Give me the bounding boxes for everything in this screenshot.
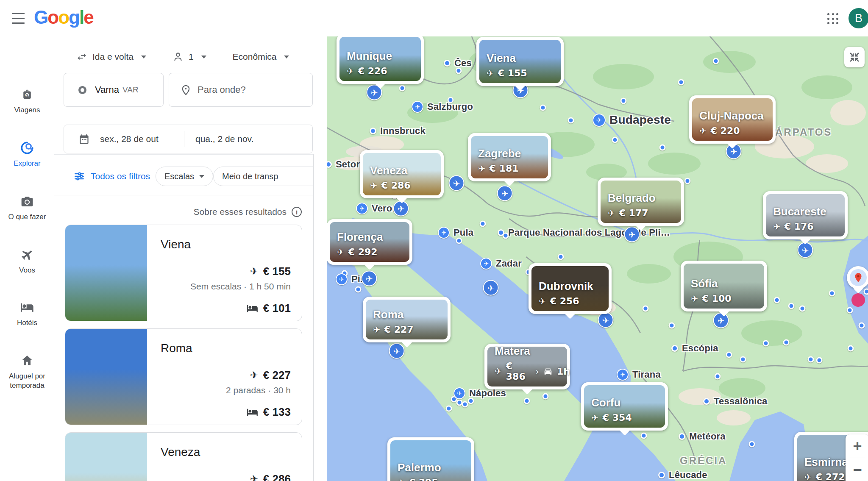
map-price-card[interactable]: Bucareste✈€ 176 xyxy=(763,191,848,239)
airport-plane-icon: ✈ xyxy=(617,369,629,381)
sidebar-item-o-que-fazer[interactable]: O que fazer xyxy=(0,194,54,222)
map-card-caption: Zagrebe✈€ 181 xyxy=(478,147,521,174)
map-city-dot xyxy=(829,290,835,297)
airport-city-name: Pula xyxy=(453,227,473,238)
map-city-dot xyxy=(678,79,684,86)
flight-price-value: € 155 xyxy=(263,265,291,278)
info-icon[interactable]: i xyxy=(292,207,302,217)
flight-destination-marker[interactable]: ✈ xyxy=(449,175,465,191)
stops-filter-button[interactable]: Escalas xyxy=(156,167,213,186)
map-card-price-value: € 177 xyxy=(619,208,648,218)
flight-destination-marker[interactable]: ✈ xyxy=(798,242,813,258)
flight-price-value: € 227 xyxy=(263,369,291,382)
sidebar-item-aluguel[interactable]: Aluguel por temporada xyxy=(0,353,54,390)
map-region-label: GRÉCIA xyxy=(680,455,727,467)
zoom-out-button[interactable]: − xyxy=(846,458,868,481)
flight-destination-marker[interactable]: ✈ xyxy=(393,201,409,217)
map-card-caption: Bucareste✈€ 176 xyxy=(773,205,826,232)
map-city-dot xyxy=(847,307,853,314)
map-price-card[interactable]: Viena✈€ 155 xyxy=(476,37,564,86)
map-airport-label[interactable]: ✈Zadar xyxy=(480,258,522,270)
plane-icon: ✈ xyxy=(337,247,344,257)
map-price-card[interactable]: Zagrebe✈€ 181 xyxy=(468,133,551,181)
flight-destination-marker[interactable]: ✈ xyxy=(497,186,513,201)
return-date-value[interactable]: qua., 2 de nov. xyxy=(195,134,253,144)
map-price-card[interactable]: Roma✈€ 227 xyxy=(363,297,451,342)
map-price-card[interactable]: Corfu✈€ 354 xyxy=(581,382,668,431)
map-airport-label[interactable]: ✈Salzburgo xyxy=(412,101,473,113)
map-city-dot xyxy=(864,289,868,295)
main-menu-icon[interactable] xyxy=(12,13,25,24)
departure-date-value[interactable]: sex., 28 de out xyxy=(100,134,173,144)
destination-field[interactable]: Para onde? xyxy=(169,73,313,107)
map-card-city-name: Matera xyxy=(495,345,570,358)
origin-airport-code: VAR xyxy=(122,85,139,95)
sidebar-item-voos[interactable]: Voos xyxy=(0,247,54,275)
sidebar-item-explorar[interactable]: Explorar xyxy=(0,141,54,168)
plane-icon: ✈ xyxy=(495,366,502,376)
transport-filter-button[interactable]: Meio de transp xyxy=(213,167,314,186)
map-price-card[interactable]: Munique✈€ 226 xyxy=(337,36,424,84)
origin-field[interactable]: Varna VAR xyxy=(64,73,164,107)
map-card-city-name: Roma xyxy=(373,308,414,321)
sidebar-item-viagens[interactable]: G Viagens xyxy=(0,87,54,115)
map-airport-label[interactable]: ✈Pula xyxy=(438,227,473,239)
flight-destination-marker[interactable]: ✈ xyxy=(362,271,377,286)
map-airport-label[interactable]: ✈Budapeste xyxy=(593,113,671,127)
destination-result-card[interactable]: Veneza✈€ 2861 parada · 3 h 25 min xyxy=(65,432,302,481)
filters-row: Todos os filtros Escalas Meio de transp xyxy=(54,166,150,186)
map-place-label: Tessalônica xyxy=(703,396,768,407)
passenger-count-value: 1 xyxy=(189,52,194,62)
flight-destination-marker[interactable]: ✈ xyxy=(483,280,499,296)
map-city-dot xyxy=(542,393,549,400)
map-place-label: Parque Nacional dos Lagos de Pli… xyxy=(498,227,670,238)
cabin-class-selector[interactable]: Econômica xyxy=(226,52,296,62)
google-logo[interactable]: Google xyxy=(34,7,93,28)
map-card-caption: Belgrado✈€ 177 xyxy=(608,192,656,218)
results-note-label: Sobre esses resultados xyxy=(194,207,287,217)
flight-destination-marker[interactable]: ✈ xyxy=(713,313,729,328)
airport-city-name: Salzburgo xyxy=(427,101,473,112)
sidebar-item-label: O que fazer xyxy=(0,212,54,222)
section-divider xyxy=(54,195,314,195)
zoom-in-button[interactable]: + xyxy=(846,434,868,458)
map-price-card[interactable]: Palermo✈€ 395 xyxy=(387,437,474,481)
house-icon xyxy=(0,353,54,368)
map-price-card[interactable]: Dubrovnik✈€ 256 xyxy=(529,263,612,314)
map-price-card[interactable]: Veneza✈€ 286 xyxy=(360,150,444,198)
trip-type-selector[interactable]: Ida e volta xyxy=(70,51,153,62)
account-avatar[interactable]: B xyxy=(849,8,868,28)
exit-fullscreen-button[interactable] xyxy=(844,47,865,67)
plane-icon: ✈ xyxy=(773,222,780,232)
destination-result-card[interactable]: Viena✈€ 155Sem escalas · 1 h 50 min€ 101 xyxy=(65,225,302,321)
hotel-price-row: € 101 xyxy=(190,302,291,315)
map-price-card[interactable]: Sófia✈€ 100 xyxy=(681,261,767,311)
passengers-selector[interactable]: 1 xyxy=(166,51,213,62)
google-apps-icon[interactable] xyxy=(827,13,839,25)
map-card-city-name: Esmirna xyxy=(804,456,848,469)
map-card-price-value: € 176 xyxy=(785,221,814,232)
tune-filter-icon xyxy=(74,171,85,182)
map-price-card[interactable]: Belgrado✈€ 177 xyxy=(598,178,684,226)
explore-map[interactable]: ÁRPATOSGRÉCIAČesInnsbruckSetor NParque N… xyxy=(327,36,868,481)
map-city-dot xyxy=(558,254,564,260)
map-city-dot xyxy=(715,373,721,380)
all-filters-button[interactable]: Todos os filtros xyxy=(74,171,150,182)
destination-result-card[interactable]: Roma✈€ 2272 paradas · 30 h€ 133 xyxy=(65,328,302,425)
sidebar-item-hoteis[interactable]: Hotéis xyxy=(0,300,54,328)
plane-icon: ✈ xyxy=(347,66,354,76)
dates-field[interactable]: sex., 28 de out qua., 2 de nov. xyxy=(64,125,313,153)
flight-destination-marker[interactable]: ✈ xyxy=(389,343,405,359)
stops-filter-label: Escalas xyxy=(164,172,194,181)
map-airport-label[interactable]: ✈Tirana xyxy=(617,369,661,381)
place-name: Parque Nacional dos Lagos de Pli… xyxy=(508,227,670,238)
map-price-card[interactable]: Cluj-Napoca✈€ 220 xyxy=(689,95,776,144)
place-dot-icon xyxy=(498,229,504,236)
map-city-dot xyxy=(788,303,795,309)
flight-destination-marker[interactable]: ✈ xyxy=(624,227,640,242)
map-price-card[interactable]: Matera✈€ 386›1h xyxy=(484,344,570,389)
flight-destination-marker[interactable]: ✈ xyxy=(598,312,614,328)
map-card-price-value: € 286 xyxy=(381,180,411,191)
trip-type-value: Ida e volta xyxy=(92,52,134,62)
map-price-card[interactable]: Florença✈€ 292 xyxy=(327,219,412,265)
